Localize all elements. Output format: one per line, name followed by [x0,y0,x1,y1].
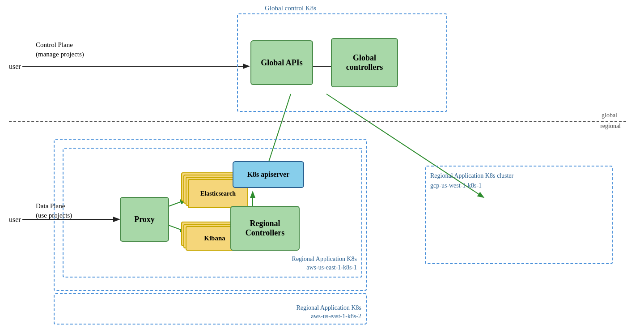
gcp-label2: gcp-us-west-1-k8s-1 [430,182,482,189]
regional-k8s1-box: Regional Application K8s aws-us-east-1-k… [63,148,362,278]
regional-k8s2-label: Regional Application K8s aws-us-east-1-k… [297,303,361,321]
control-plane-label: Control Plane (manage projects) [36,40,84,59]
regional-k8s1-label1: Regional Application K8s [292,256,357,262]
architecture-diagram: global regional Control Plane (manage pr… [0,0,644,329]
global-apis-box: Global APIs [250,40,313,85]
k8s-apiserver-box: K8s apiserver [233,161,304,188]
regional-controllers-box: Regional Controllers [230,206,300,251]
regional-k8s2-label1: Regional Application K8s [297,304,361,311]
regional-label: regional [600,123,621,130]
user-bottom: user [9,216,21,224]
global-label: global [602,112,617,119]
regional-k8s1-label2: aws-us-east-1-k8s-1 [306,264,357,271]
regional-k8s2-box: Regional Application K8s aws-us-east-1-k… [54,293,367,325]
global-controllers-box: Global controllers [331,38,398,87]
global-regional-separator [9,121,626,122]
data-plane-label: Data Plane (use projects) [36,201,72,220]
user-top: user [9,63,21,71]
proxy-box: Proxy [120,197,169,242]
gcp-label1: Regional Application K8s cluster [430,172,513,179]
regional-k8s1-label: Regional Application K8s aws-us-east-1-k… [292,255,357,272]
regional-k8s2-label2: aws-us-east-1-k8s-2 [311,313,361,320]
gcp-label: Regional Application K8s cluster gcp-us-… [430,171,513,191]
global-control-k8s-label: Global control K8s [265,4,316,12]
gcp-cluster-box: Regional Application K8s cluster gcp-us-… [425,166,613,264]
